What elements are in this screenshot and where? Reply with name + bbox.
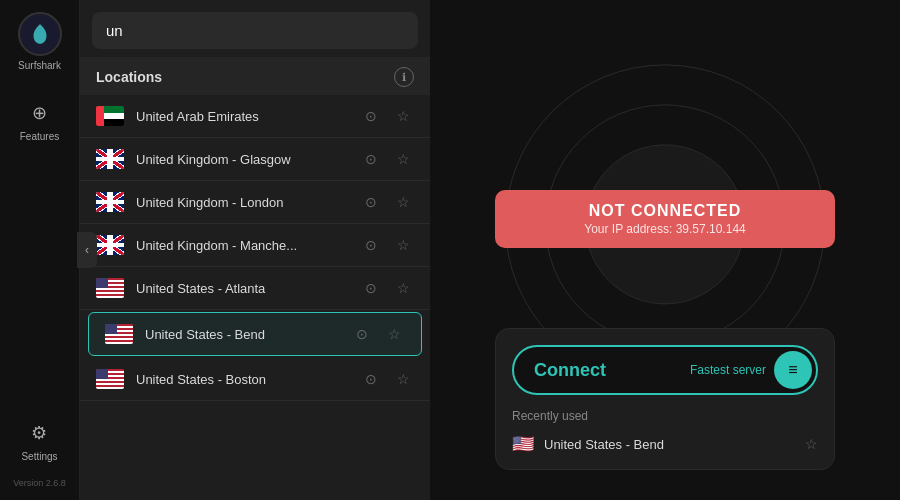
menu-button[interactable]: ≡ (774, 351, 812, 389)
recent-location-name: United States - Bend (544, 437, 795, 452)
status-ip: Your IP address: 39.57.10.144 (515, 222, 815, 236)
features-label: Features (20, 131, 59, 142)
server-icon: ⊙ (351, 323, 373, 345)
info-icon[interactable]: ℹ (394, 67, 414, 87)
version-label: Version 2.6.8 (13, 478, 66, 488)
flag-uk (96, 192, 124, 212)
star-icon[interactable]: ☆ (392, 368, 414, 390)
collapse-icon: ‹ (85, 243, 89, 257)
list-item[interactable]: United Kingdom - Glasgow ⊙ ☆ (80, 138, 430, 181)
fastest-server-label: Fastest server (690, 363, 766, 377)
star-icon[interactable]: ☆ (392, 105, 414, 127)
settings-label: Settings (21, 451, 57, 462)
server-icon: ⊙ (360, 234, 382, 256)
search-input-wrap (80, 0, 430, 57)
recent-item: 🇺🇸 United States - Bend ☆ (512, 433, 818, 455)
location-name: United Kingdom - London (136, 195, 360, 210)
location-name: United Kingdom - Manche... (136, 238, 360, 253)
status-bar: NOT CONNECTED Your IP address: 39.57.10.… (495, 190, 835, 248)
app-logo (18, 12, 62, 56)
sidebar: Surfshark ⊕ Features ⚙ Settings Version … (0, 0, 80, 500)
location-list: United Arab Emirates ⊙ ☆ United Kingdom … (80, 95, 430, 401)
sidebar-bottom: ⚙ Settings Version 2.6.8 (13, 411, 66, 488)
locations-header: Locations ℹ (80, 57, 430, 95)
recent-flag: 🇺🇸 (512, 433, 534, 455)
locations-title: Locations (96, 69, 162, 85)
collapse-button[interactable]: ‹ (77, 232, 97, 268)
settings-icon: ⚙ (25, 419, 53, 447)
status-title: NOT CONNECTED (515, 202, 815, 220)
sidebar-item-features[interactable]: ⊕ Features (0, 91, 79, 150)
list-item[interactable]: United States - Atlanta ⊙ ☆ (80, 267, 430, 310)
location-name: United Kingdom - Glasgow (136, 152, 360, 167)
features-icon: ⊕ (26, 99, 54, 127)
search-input[interactable] (92, 12, 418, 49)
connect-card: Connect Fastest server ≡ Recently used 🇺… (495, 328, 835, 470)
star-icon[interactable]: ☆ (392, 148, 414, 170)
location-name: United States - Bend (145, 327, 351, 342)
recent-star-icon[interactable]: ☆ (805, 436, 818, 452)
list-item[interactable]: United Arab Emirates ⊙ ☆ (80, 95, 430, 138)
server-icon: ⊙ (360, 368, 382, 390)
flag-us (96, 369, 124, 389)
list-item[interactable]: United Kingdom - Manche... ⊙ ☆ (80, 224, 430, 267)
location-name: United States - Boston (136, 372, 360, 387)
server-icon: ⊙ (360, 191, 382, 213)
list-item-selected[interactable]: United States - Bend ⊙ ☆ (88, 312, 422, 356)
sidebar-item-settings[interactable]: ⚙ Settings (13, 411, 66, 470)
flag-uk (96, 235, 124, 255)
main-panel: NOT CONNECTED Your IP address: 39.57.10.… (430, 0, 900, 500)
menu-icon: ≡ (788, 361, 797, 379)
info-icon-label: ℹ (402, 71, 406, 84)
server-icon: ⊙ (360, 148, 382, 170)
list-item[interactable]: United States - Boston ⊙ ☆ (80, 358, 430, 401)
location-name: United States - Atlanta (136, 281, 360, 296)
star-icon[interactable]: ☆ (392, 277, 414, 299)
connect-label[interactable]: Connect (534, 360, 690, 381)
recently-used-label: Recently used (512, 409, 818, 423)
star-icon[interactable]: ☆ (392, 191, 414, 213)
list-item[interactable]: United Kingdom - London ⊙ ☆ (80, 181, 430, 224)
connect-row: Connect Fastest server ≡ (512, 345, 818, 395)
server-icon: ⊙ (360, 105, 382, 127)
star-icon[interactable]: ☆ (392, 234, 414, 256)
app-name-label: Surfshark (18, 60, 61, 71)
flag-us (105, 324, 133, 344)
flag-uae (96, 106, 124, 126)
flag-uk (96, 149, 124, 169)
flag-us (96, 278, 124, 298)
location-name: United Arab Emirates (136, 109, 360, 124)
search-panel: Locations ℹ United Arab Emirates ⊙ ☆ Uni… (80, 0, 430, 500)
server-icon: ⊙ (360, 277, 382, 299)
star-icon[interactable]: ☆ (383, 323, 405, 345)
